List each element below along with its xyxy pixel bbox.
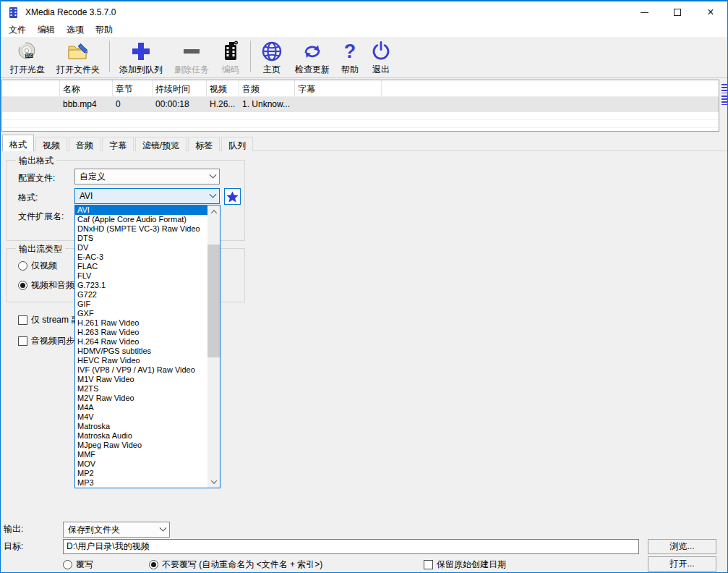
menu-item[interactable]: 选项 [61,23,90,37]
window-title: XMedia Recode 3.5.7.0 [25,7,116,17]
file-table-rows: bbb.mp4000:00:18H.26...1. Unknow... [2,97,719,112]
dropdown-option[interactable]: Matroska [75,422,207,431]
radio-no-overwrite[interactable]: 不要覆写 (自动重命名为 <文件名 + 索引>) [149,559,322,571]
menu-item[interactable]: 编辑 [32,23,61,37]
scroll-down-icon[interactable] [207,475,220,488]
dropdown-option[interactable]: MOV [75,459,207,469]
radio-video-audio-label: 视频和音频 [31,279,74,292]
filmstrip-icon [7,7,20,19]
table-column-header[interactable]: 视频 [207,80,239,97]
tab-视频[interactable]: 视频 [35,137,67,151]
refresh-icon [301,40,324,63]
dropdown-option[interactable]: GXF [75,309,207,318]
dropdown-option[interactable]: HEVC Raw Video [75,356,207,365]
checkbox-keep-date[interactable]: 保留原始创建日期 [424,559,506,571]
table-column-header[interactable]: 字幕 [295,80,382,97]
toolbar-separator [109,41,110,72]
table-empty-row [2,112,719,120]
table-column-header[interactable]: 音频 [239,80,295,97]
dropdown-option[interactable]: DTS [75,234,207,243]
table-column-header[interactable]: 章节 [113,80,153,97]
dropdown-scrollbar[interactable] [207,205,220,488]
tab-音频[interactable]: 音频 [69,137,100,151]
checkbox-av-sync-label: 音视频同步 [31,335,74,347]
toolbar-button[interactable]: 退出 [364,37,398,77]
dropdown-option[interactable]: M4A [75,403,207,412]
table-empty-row [2,120,719,128]
window-controls: × [628,1,727,23]
table-column-header[interactable]: 名称 [60,80,113,97]
checkbox-icon [18,315,27,325]
scrollbar-thumb[interactable] [207,245,220,357]
favorite-button[interactable] [224,188,241,205]
dropdown-option[interactable]: M4V [75,412,207,422]
radio-video-only-label: 仅视频 [31,260,57,272]
dropdown-option[interactable]: G722 [75,290,207,300]
dropdown-option[interactable]: G.723.1 [75,281,207,290]
radio-checked-icon [18,281,27,290]
dropdown-option[interactable]: FLV [75,271,207,281]
toolbar-button[interactable]: 打开文件夹 [51,37,106,77]
profile-combobox-value: 自定义 [75,171,206,183]
dropdown-option[interactable]: FLAC [75,262,207,271]
dropdown-option[interactable]: AVI [75,205,207,215]
dropdown-option[interactable]: IVF (VP8 / VP9 / AV1) Raw Video [75,365,207,375]
menu-item[interactable]: 帮助 [90,23,119,37]
dropdown-option[interactable]: M1V Raw Video [75,375,207,384]
open-button[interactable]: 打开... [648,556,716,572]
dropdown-option[interactable]: M2V Raw Video [75,394,207,403]
dropdown-option[interactable]: MJpeg Raw Video [75,441,207,450]
checkbox-av-sync[interactable]: 音视频同步 [18,335,74,347]
toolbar-button[interactable]: 主页 [254,37,289,77]
dropdown-option[interactable]: H.263 Raw Video [75,328,207,337]
table-row[interactable]: bbb.mp4000:00:18H.26...1. Unknow... [2,97,719,112]
dropdown-option[interactable]: Caf (Apple Core Audio Format) [75,215,207,224]
radio-video-audio[interactable]: 视频和音频 [18,279,74,292]
radio-overwrite-label: 覆写 [76,559,93,571]
toolbar-button[interactable]: 检查更新 [289,37,335,77]
dropdown-option[interactable]: GIF [75,300,207,309]
tab-标签[interactable]: 标签 [188,137,220,151]
table-cell [295,97,382,112]
toolbar-button-label: 编码 [222,64,239,76]
dropdown-option[interactable]: MP3 [75,478,207,488]
table-column-header [382,80,719,97]
close-icon[interactable]: × [694,1,727,23]
tab-字幕[interactable]: 字幕 [102,137,134,151]
target-path-input[interactable] [63,539,639,554]
dropdown-option[interactable]: H.264 Raw Video [75,337,207,347]
table-column-header[interactable] [2,80,60,97]
minimize-icon[interactable] [628,1,661,23]
encode-film-icon [220,40,241,63]
dropdown-option[interactable]: DNxHD (SMPTE VC-3) Raw Video [75,224,207,234]
tab-格式[interactable]: 格式 [2,135,34,151]
scroll-up-icon[interactable] [207,205,220,218]
radio-video-only[interactable]: 仅视频 [18,260,57,272]
toolbar: DVD打开光盘打开文件夹添加到队列删除任务编码主页检查更新?帮助退出 [1,37,727,78]
output-mode-combobox[interactable]: 保存到文件夹 [63,522,170,538]
dropdown-option[interactable]: HDMV/PGS subtitles [75,347,207,356]
toolbar-button[interactable]: 添加到队列 [114,37,168,77]
dropdown-option[interactable]: MMF [75,450,207,459]
toolbar-button[interactable]: ?帮助 [335,37,364,77]
star-icon [226,191,239,203]
format-combobox[interactable]: AVI [74,188,220,204]
dropdown-option[interactable]: DV [75,243,207,252]
radio-overwrite[interactable]: 覆写 [63,559,93,571]
dropdown-option[interactable]: Matroska Audio [75,431,207,441]
tab-滤镜/预览[interactable]: 滤镜/预览 [135,137,187,151]
maximize-icon[interactable] [661,1,694,23]
toolbar-button[interactable]: DVD打开光盘 [4,37,51,77]
tab-队列[interactable]: 队列 [221,137,253,151]
table-column-header[interactable]: 持续时间 [153,80,207,97]
browse-button[interactable]: 浏览... [648,539,716,554]
dropdown-option[interactable]: MP2 [75,469,207,478]
output-mode-value: 保存到文件夹 [64,524,156,536]
profile-combobox[interactable]: 自定义 [74,169,220,184]
dropdown-option[interactable]: M2TS [75,384,207,394]
dropdown-option[interactable]: E-AC-3 [75,252,207,262]
dropdown-option[interactable]: H.261 Raw Video [75,318,207,328]
open-disc-icon: DVD [17,40,38,63]
svg-text:DVD: DVD [26,54,33,58]
menu-item[interactable]: 文件 [3,23,32,37]
